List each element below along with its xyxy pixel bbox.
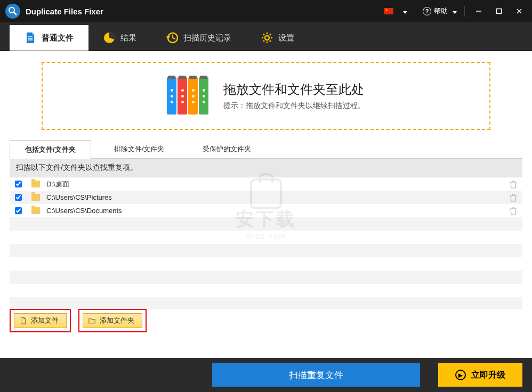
language-dropdown-icon[interactable] [401,6,407,16]
dropzone-title: 拖放文件和文件夹至此处 [223,81,365,98]
dropzone-hint: 提示：拖放文件和文件夹以继续扫描过程。 [223,101,365,111]
subtab-exclude[interactable]: 排除文件/文件夹 [99,140,180,158]
tab-scan-history[interactable]: 扫描历史记录 [151,25,246,51]
tab-settings[interactable]: 设置 [246,25,309,51]
help-label: 帮助 [434,6,448,16]
file-row: D:\桌面 [10,177,522,191]
minimize-button[interactable] [472,5,485,18]
file-path: C:\Users\CS\Pictures [46,193,510,201]
folder-icon [31,194,40,201]
file-checkbox[interactable] [15,194,22,201]
tab-general-files[interactable]: 普通文件 [10,25,88,51]
language-flag-icon[interactable] [384,8,393,14]
scan-button[interactable]: 扫描重复文件 [212,363,420,387]
binders-icon [167,77,208,115]
highlight-box: 添加文件夹 [78,309,147,332]
history-icon [166,32,178,44]
dropzone[interactable]: 拖放文件和文件夹至此处 提示：拖放文件和文件夹以继续扫描过程。 [42,62,490,130]
svg-point-11 [265,36,269,40]
file-path: C:\Users\CS\Documents [46,207,510,215]
file-checkbox[interactable] [15,207,22,214]
add-folder-button[interactable]: 添加文件夹 [83,313,142,328]
svg-line-16 [263,34,264,35]
help-dropdown-icon [450,7,457,15]
tab-label: 普通文件 [42,33,74,43]
content-area: 拖放文件和文件夹至此处 提示：拖放文件和文件夹以继续扫描过程。 包括文件/文件夹… [0,51,532,309]
gear-icon [261,32,273,44]
app-logo [5,4,20,19]
tab-results[interactable]: 结果 [88,25,151,51]
footer: 扫描重复文件 ▶ 立即升级 [0,358,532,392]
svg-line-19 [270,34,271,35]
maximize-button[interactable] [493,5,505,18]
file-icon [25,32,36,44]
instruction-bar: 扫描以下文件/文件夹以查找重复项。 [10,159,522,177]
tab-label: 设置 [278,33,294,43]
tab-label: 扫描历史记录 [183,33,231,43]
delete-icon[interactable] [510,207,517,215]
add-file-label: 添加文件 [31,316,59,325]
svg-line-17 [270,40,271,42]
help-icon: ? [423,7,431,15]
subtabs: 包括文件/文件夹 排除文件/文件夹 受保护的文件夹 [10,140,522,159]
main-tabbar: 普通文件 结果 扫描历史记录 设置 [0,22,532,51]
upgrade-label: 立即升级 [471,370,505,381]
delete-icon[interactable] [510,180,517,189]
file-path: D:\桌面 [46,179,510,189]
pie-icon [103,32,115,44]
folder-icon [31,207,40,214]
file-row: C:\Users\CS\Pictures [10,191,522,204]
svg-line-18 [263,40,264,42]
add-buttons-row: 添加文件 添加文件夹 [10,309,147,332]
tab-label: 结果 [120,33,136,43]
help-button[interactable]: ? 帮助 [423,6,457,16]
svg-line-1 [14,12,17,15]
arrow-right-icon: ▶ [455,370,466,380]
add-folder-label: 添加文件夹 [100,316,134,325]
file-row: C:\Users\CS\Documents [10,204,522,217]
svg-rect-3 [497,9,502,14]
upgrade-button[interactable]: ▶ 立即升级 [438,363,522,387]
folder-icon [31,181,40,187]
app-title: Duplicate Files Fixer [26,7,384,16]
subtab-protected[interactable]: 受保护的文件夹 [187,140,267,158]
delete-icon[interactable] [510,193,517,202]
file-checkbox[interactable] [15,181,22,187]
file-list: D:\桌面 C:\Users\CS\Pictures C:\Users\CS\D… [10,177,522,309]
close-button[interactable] [513,5,526,18]
svg-point-0 [9,7,14,13]
subtab-include[interactable]: 包括文件/文件夹 [10,140,91,159]
add-file-button[interactable]: 添加文件 [14,313,67,328]
titlebar: Duplicate Files Fixer ? 帮助 [0,0,532,22]
highlight-box: 添加文件 [10,309,71,332]
